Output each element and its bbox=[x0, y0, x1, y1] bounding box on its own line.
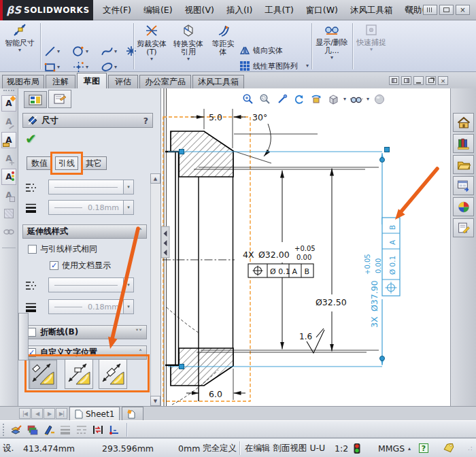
scroll-up-button[interactable]: ▲ bbox=[150, 173, 160, 184]
tab-other[interactable]: 其它 bbox=[81, 156, 107, 170]
feature-control-frame[interactable]: Ø 0.1 A B bbox=[248, 264, 313, 277]
add-annotation-style-button[interactable]: A bbox=[1, 150, 16, 167]
dropdown-arrow-icon[interactable]: ▾ bbox=[123, 300, 133, 314]
image-stamp-button[interactable] bbox=[1, 205, 16, 222]
caret-down-icon[interactable]: ▾ bbox=[343, 97, 346, 102]
quick-snaps-button[interactable]: 快速捕捉 ▾ bbox=[355, 23, 388, 52]
extension-line-style-section[interactable]: 延伸线样式 ˄ bbox=[22, 224, 147, 239]
caret-down-icon[interactable]: ▾ bbox=[330, 55, 333, 61]
caret-down-icon[interactable]: ▾ bbox=[86, 49, 88, 54]
open-annotation-style-button[interactable]: A bbox=[1, 132, 16, 148]
caret-down-icon[interactable]: ▾ bbox=[187, 56, 190, 62]
doc-minimize-button[interactable] bbox=[413, 76, 424, 85]
pane-left-button[interactable] bbox=[389, 76, 399, 85]
tag-icon[interactable] bbox=[443, 439, 454, 457]
mirror-entities-button[interactable]: 镜向实体 bbox=[239, 45, 283, 56]
caret-down-icon[interactable]: ▾ bbox=[367, 97, 369, 102]
leader-line-style-select[interactable]: ▾ bbox=[48, 180, 134, 194]
dropdown-arrow-icon[interactable]: ▾ bbox=[123, 180, 133, 194]
scrollbar-thumb[interactable] bbox=[18, 313, 29, 360]
next-sheet-button[interactable]: ▶ bbox=[44, 408, 55, 419]
spline-tool[interactable]: ▾ bbox=[101, 45, 117, 58]
sketch-relations-color-button[interactable] bbox=[107, 423, 121, 437]
caret-down-icon[interactable]: ▾ bbox=[57, 49, 60, 54]
appearances-tab[interactable] bbox=[453, 197, 474, 216]
first-sheet-button[interactable]: |◀ bbox=[19, 408, 31, 419]
last-sheet-button[interactable]: ▶| bbox=[56, 408, 67, 419]
caret-down-icon[interactable]: ▾ bbox=[57, 65, 60, 70]
same-as-leader-checkbox-row[interactable]: 与引线样式相同 bbox=[28, 243, 97, 255]
favorite-annotation-button[interactable]: A bbox=[1, 95, 16, 112]
hide-show-items-icon[interactable] bbox=[350, 92, 363, 106]
caret-down-icon[interactable]: ▾ bbox=[86, 65, 88, 70]
pane-right-button[interactable] bbox=[401, 76, 411, 85]
smart-dimension-button[interactable]: 智能尺寸 ▾ bbox=[1, 22, 38, 53]
restore-button[interactable] bbox=[439, 5, 454, 15]
design-library-tab[interactable] bbox=[453, 134, 474, 153]
trim-entities-button[interactable]: 剪裁实体(T) ▾ bbox=[135, 23, 168, 62]
menu-edit[interactable]: 编辑(E) bbox=[137, 5, 179, 16]
annotation-visibility-button[interactable]: A bbox=[1, 169, 16, 185]
color-display-mode-button[interactable] bbox=[91, 423, 105, 437]
panel-splitter[interactable] bbox=[161, 226, 169, 258]
file-explorer-tab[interactable] bbox=[453, 155, 474, 174]
layers-button[interactable] bbox=[26, 423, 39, 437]
dimension-30deg[interactable]: 30° bbox=[252, 112, 271, 156]
text-position-middle-button[interactable] bbox=[99, 359, 127, 389]
prev-sheet-button[interactable]: ◀ bbox=[31, 408, 43, 419]
surface-finish-symbol[interactable]: 1.6 bbox=[299, 328, 324, 353]
doc-close-button[interactable]: × bbox=[438, 76, 448, 85]
units-caret-icon[interactable]: ▴ bbox=[408, 439, 411, 457]
caret-down-icon[interactable]: ▾ bbox=[306, 63, 309, 69]
zoom-area-icon[interactable] bbox=[258, 92, 272, 106]
tab-office-products[interactable]: 办公室产品 bbox=[139, 75, 191, 88]
annotation-paint-button[interactable]: A bbox=[1, 114, 16, 130]
menu-insert[interactable]: 插入(I) bbox=[220, 5, 258, 16]
tab-view-layout[interactable]: 视图布局 bbox=[2, 75, 44, 88]
line-thickness-button[interactable] bbox=[58, 423, 72, 437]
menu-file[interactable]: 文件(F) bbox=[97, 5, 137, 16]
linear-sketch-pattern-button[interactable]: 线性草图阵列 ▾ bbox=[239, 61, 309, 71]
search-icon[interactable] bbox=[404, 5, 415, 18]
break-lines-section[interactable]: 折断线(B) ˅˅ bbox=[22, 325, 147, 339]
close-button[interactable]: × bbox=[456, 5, 470, 15]
circle-tool[interactable]: ▾ bbox=[72, 45, 88, 58]
use-document-display-checkbox-row[interactable]: ✓ 使用文档显示 bbox=[50, 260, 111, 271]
ok-button[interactable]: ✔ bbox=[25, 131, 37, 147]
menu-tools[interactable]: 工具(T) bbox=[258, 5, 299, 16]
panel-scrollbar[interactable] bbox=[150, 173, 160, 406]
dimension-depth[interactable]: 6.0 bbox=[186, 389, 245, 399]
dropdown-arrow-icon[interactable]: ▾ bbox=[123, 201, 133, 214]
tab-evaluate[interactable]: 评估 bbox=[108, 75, 138, 88]
drawing-canvas[interactable]: 5.0 30° 4X Ø32.00 +0.05 0.00 bbox=[161, 88, 450, 406]
extension-line-style-select[interactable]: ▾ bbox=[48, 277, 134, 292]
drawing-viewport[interactable]: 5.0 30° 4X Ø32.00 +0.05 0.00 bbox=[161, 88, 450, 406]
panel-help[interactable]: ? bbox=[143, 116, 148, 126]
home-tab[interactable] bbox=[453, 113, 474, 132]
rotate-view-icon[interactable] bbox=[292, 92, 306, 106]
tab-leaders[interactable]: 引线 bbox=[55, 156, 78, 170]
caret-down-icon[interactable]: ▾ bbox=[150, 56, 153, 62]
sheet-tab-active[interactable]: Sheet1 bbox=[69, 407, 120, 420]
chevron-up-icon[interactable]: ˄ bbox=[139, 228, 142, 235]
menu-mufeng-toolbox[interactable]: 沐风工具箱 bbox=[344, 5, 399, 16]
chevron-up-icon[interactable]: ˄ bbox=[139, 349, 142, 356]
display-style-icon[interactable] bbox=[326, 92, 340, 106]
dimension-bore[interactable]: 4X Ø32.00 +0.05 0.00 Ø 0.1 A B bbox=[243, 171, 316, 350]
tab-mufeng-toolbox[interactable]: 沐风工具箱 bbox=[192, 75, 244, 88]
toolbar-grip[interactable] bbox=[3, 424, 5, 436]
selected-feature-control-frame[interactable]: B A Ø 0.1 bbox=[382, 218, 400, 296]
toolbar-grip[interactable] bbox=[3, 90, 14, 92]
same-as-leader-checkbox[interactable] bbox=[28, 245, 37, 254]
custom-properties-tab[interactable] bbox=[453, 218, 474, 237]
resize-grip[interactable]: .: bbox=[468, 439, 473, 457]
extension-thickness-select[interactable]: 0.18mm▾ bbox=[48, 299, 134, 314]
dropdown-arrow-icon[interactable]: ▾ bbox=[123, 278, 133, 292]
section-view-geometry[interactable] bbox=[163, 131, 235, 405]
use-document-display-checkbox[interactable]: ✓ bbox=[50, 261, 58, 270]
line-style-button[interactable] bbox=[75, 423, 88, 437]
offset-entities-button[interactable]: 等距实体 bbox=[208, 23, 238, 56]
caret-down-icon[interactable]: ▾ bbox=[18, 48, 21, 53]
text-position-broken-leader-button[interactable] bbox=[29, 359, 57, 389]
help-button[interactable]: ? bbox=[419, 439, 428, 457]
